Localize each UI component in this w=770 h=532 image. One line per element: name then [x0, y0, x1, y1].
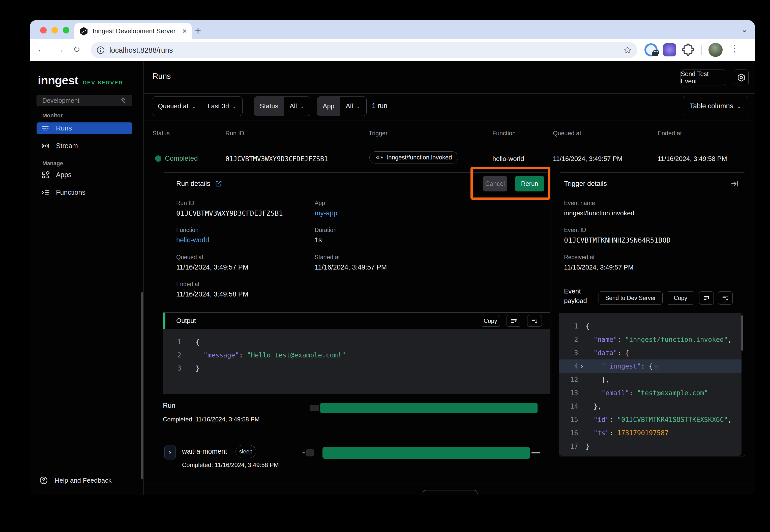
status-filter[interactable]: Status All⌄: [254, 96, 310, 116]
sidebar-item-runs[interactable]: Runs: [37, 122, 132, 134]
extensions-puzzle-icon[interactable]: [682, 43, 695, 56]
browser-menu-icon[interactable]: ⋮: [730, 43, 739, 54]
copy-output-button[interactable]: Copy: [481, 315, 500, 327]
app-link[interactable]: my-app: [315, 209, 337, 217]
code-line[interactable]: 4› "_inngest": {⋯: [559, 359, 742, 373]
gear-icon: [737, 73, 746, 82]
apps-icon: [41, 170, 50, 179]
event-dot-icon: ●: [380, 155, 383, 160]
clipped-button[interactable]: [423, 490, 477, 494]
sidebar-item-label: Apps: [56, 171, 72, 179]
scrollbar-thumb[interactable]: [141, 292, 143, 479]
profile-avatar[interactable]: [709, 43, 723, 57]
reload-button[interactable]: ↻: [73, 44, 80, 54]
timeline-run-bar[interactable]: [320, 403, 537, 413]
manage-section-label: Manage: [42, 160, 63, 167]
back-button[interactable]: ←: [37, 44, 46, 55]
tab-strip: Inngest Development Server ✕ + ⌄: [30, 20, 755, 39]
help-and-feedback[interactable]: Help and Feedback: [39, 476, 111, 485]
browser-tab[interactable]: Inngest Development Server ✕: [74, 23, 191, 39]
extension-icon[interactable]: [663, 43, 676, 56]
new-tab-button[interactable]: +: [195, 24, 201, 38]
chevron-down-icon: ⌄: [191, 103, 196, 110]
zoom-window-button[interactable]: [63, 27, 69, 34]
functions-icon: [41, 188, 50, 197]
queued-at-filter[interactable]: Queued at⌄ Last 3d⌄: [152, 96, 243, 116]
settings-gear-button[interactable]: [734, 70, 749, 85]
date-range-filter[interactable]: Last 3d⌄: [202, 97, 242, 116]
timeline-step-bar[interactable]: [323, 447, 530, 459]
close-window-button[interactable]: [40, 27, 47, 34]
code-line: 3 "data": {: [559, 346, 742, 359]
app-filter[interactable]: App All⌄: [317, 96, 367, 116]
table-columns-button[interactable]: Table columns⌄: [683, 96, 748, 116]
dev-server-badge: DEV SERVER: [83, 80, 123, 86]
password-manager-extension-icon[interactable]: [645, 43, 658, 56]
payload-scrollbar-thumb[interactable]: [741, 315, 743, 351]
code-line: 1{: [163, 336, 550, 349]
runs-page: Runs Send Test Event Queued at⌄ Last 3d⌄…: [144, 61, 755, 494]
site-info-icon[interactable]: [96, 46, 105, 54]
trigger-details-title: Trigger details: [564, 180, 731, 188]
trigger-badge[interactable]: « ● inngest/function.invoked: [369, 151, 458, 163]
column-header-queued-at: Queued at: [553, 130, 581, 137]
output-header: Output Copy: [163, 312, 550, 329]
event-name-label: Event name: [564, 200, 595, 207]
started-at-label: Started at: [315, 254, 340, 261]
status-filter-value[interactable]: All⌄: [284, 97, 310, 116]
event-id-label: Event ID: [564, 227, 586, 234]
status-filter-label: Status: [254, 97, 284, 116]
app-filter-label: App: [317, 97, 340, 116]
divider: [144, 120, 755, 120]
collapse-panel-icon[interactable]: [731, 179, 739, 188]
environment-select[interactable]: Development: [37, 95, 132, 106]
queued-at-filter-field[interactable]: Queued at⌄: [152, 97, 202, 116]
app-label: App: [315, 200, 325, 207]
trigger-details-panel: Trigger details Event name inngest/funct…: [559, 172, 745, 456]
tab-close-icon[interactable]: ✕: [182, 28, 187, 35]
expand-output-icon[interactable]: [527, 315, 542, 327]
fold-chevron-icon[interactable]: ›: [578, 363, 586, 370]
expand-step-button[interactable]: ›: [164, 445, 176, 459]
environment-value: Development: [42, 97, 120, 104]
column-header-ended-at: Ended at: [658, 130, 682, 137]
code-line: 15 "id": "01JCVBTMTKR41S8STTKEXSKX6C",: [559, 413, 742, 426]
send-test-event-button[interactable]: Send Test Event: [681, 70, 725, 85]
word-wrap-icon[interactable]: [699, 291, 714, 305]
minimize-window-button[interactable]: [51, 27, 58, 34]
send-to-dev-server-button[interactable]: Send to Dev Server: [599, 291, 663, 305]
chevron-down-icon: ⌄: [300, 103, 305, 110]
event-id-value: 01JCVBTMTKNHNHZ3SN64R51BQD: [564, 236, 671, 244]
sidebar-item-stream[interactable]: Stream: [37, 140, 132, 152]
sidebar-item-apps[interactable]: Apps: [37, 169, 132, 181]
bookmark-star-icon[interactable]: [623, 46, 632, 54]
run-status: Completed: [165, 155, 198, 162]
word-wrap-icon[interactable]: [506, 315, 521, 327]
tab-search-chevron-icon[interactable]: ⌄: [741, 25, 748, 34]
run-id-cell[interactable]: 01JCVBTMV3WXY9D3CFDEJFZSB1: [226, 155, 328, 163]
help-label: Help and Feedback: [55, 477, 111, 484]
forward-button[interactable]: →: [55, 44, 64, 55]
expand-payload-icon[interactable]: [718, 291, 733, 305]
page-title: Runs: [152, 72, 171, 81]
tab-title: Inngest Development Server: [92, 27, 179, 35]
chevron-down-icon: ⌄: [737, 103, 741, 110]
run-id-value: 01JCVBTMV3WXY9D3CFDEJFZSB1: [176, 209, 283, 217]
received-at-value: 11/16/2024, 3:49:57 PM: [564, 263, 634, 271]
app-filter-value[interactable]: All⌄: [340, 97, 366, 116]
runs-icon: [41, 124, 50, 133]
code-line: 16 "ts": 1731790197587: [559, 426, 742, 440]
help-icon: [39, 476, 48, 485]
copy-payload-button[interactable]: Copy: [667, 291, 694, 305]
stream-icon: [41, 141, 50, 150]
monitor-section-label: Monitor: [42, 112, 63, 119]
open-in-new-tab-icon[interactable]: [215, 180, 223, 187]
address-bar[interactable]: localhost:8288/runs: [91, 42, 637, 58]
url-text: localhost:8288/runs: [109, 46, 623, 54]
sidebar: inngest DEV SERVER Development Monitor R…: [30, 61, 144, 495]
column-header-function: Function: [492, 130, 515, 137]
function-link[interactable]: hello-world: [176, 236, 209, 244]
sidebar-item-functions[interactable]: Functions: [37, 187, 132, 198]
chevron-down-icon: ⌄: [356, 103, 361, 110]
code-line: 17}: [559, 440, 742, 453]
